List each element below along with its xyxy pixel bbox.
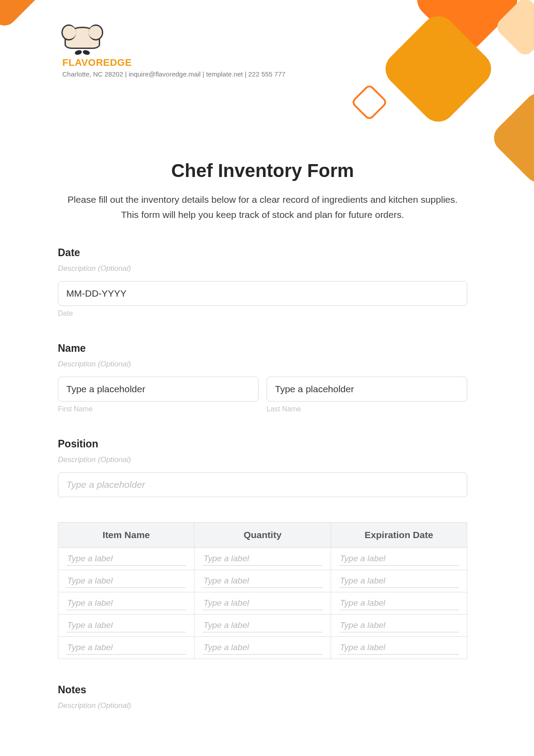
table-cell-input[interactable] (339, 641, 459, 655)
table-cell-input[interactable] (339, 574, 459, 588)
table-header-item: Item Name (58, 523, 194, 548)
brand-name: FLAVOREDGE (62, 57, 285, 68)
date-sublabel: Date (58, 310, 467, 318)
table-cell-input[interactable] (202, 574, 322, 588)
table-cell-input[interactable] (66, 641, 186, 655)
table-row (58, 570, 467, 592)
table-cell-input[interactable] (66, 574, 186, 588)
field-date: Date Description (Optional) Date (58, 247, 467, 318)
decor-shape (0, 0, 49, 31)
position-desc: Description (Optional) (58, 455, 467, 464)
field-notes: Notes Description (Optional) (58, 684, 467, 710)
form-title: Chef Inventory Form (58, 160, 467, 181)
chef-hat-icon (62, 27, 102, 53)
first-name-sublabel: First Name (58, 405, 259, 413)
table-cell-input[interactable] (202, 552, 322, 566)
date-input[interactable] (58, 281, 467, 306)
date-label: Date (58, 247, 467, 259)
table-cell-input[interactable] (66, 619, 186, 632)
table-cell-input[interactable] (66, 596, 186, 610)
field-name: Name Description (Optional) First Name L… (58, 342, 467, 413)
date-desc: Description (Optional) (58, 264, 467, 273)
name-label: Name (58, 342, 467, 354)
position-input[interactable] (58, 472, 467, 497)
table-header-qty: Quantity (194, 523, 331, 548)
table-cell-input[interactable] (202, 619, 322, 632)
table-cell-input[interactable] (202, 596, 322, 610)
notes-desc: Description (Optional) (58, 701, 467, 710)
name-desc: Description (Optional) (58, 360, 467, 369)
header: FLAVOREDGE Charlotte, NC 28202 | inquire… (62, 27, 285, 78)
decor-shape (351, 84, 388, 121)
last-name-input[interactable] (267, 377, 467, 402)
field-position: Position Description (Optional) (58, 438, 467, 497)
table-row (58, 592, 467, 615)
notes-label: Notes (58, 684, 467, 696)
decor-shape (488, 88, 534, 188)
last-name-sublabel: Last Name (267, 405, 467, 413)
table-cell-input[interactable] (202, 641, 322, 655)
first-name-input[interactable] (58, 377, 259, 402)
table-cell-input[interactable] (339, 619, 459, 632)
table-header-exp: Expiration Date (331, 523, 467, 548)
form-intro: Please fill out the inventory details be… (58, 192, 467, 222)
position-label: Position (58, 438, 467, 450)
table-cell-input[interactable] (66, 552, 186, 566)
table-row (58, 548, 467, 570)
contact-info: Charlotte, NC 28202 | inquire@flavoredge… (62, 70, 285, 78)
table-row (58, 615, 467, 637)
inventory-table: Item Name Quantity Expiration Date (58, 522, 467, 659)
form-container: Chef Inventory Form Please fill out the … (58, 160, 467, 710)
table-cell-input[interactable] (339, 596, 459, 610)
table-cell-input[interactable] (339, 552, 459, 566)
table-row (58, 637, 467, 659)
